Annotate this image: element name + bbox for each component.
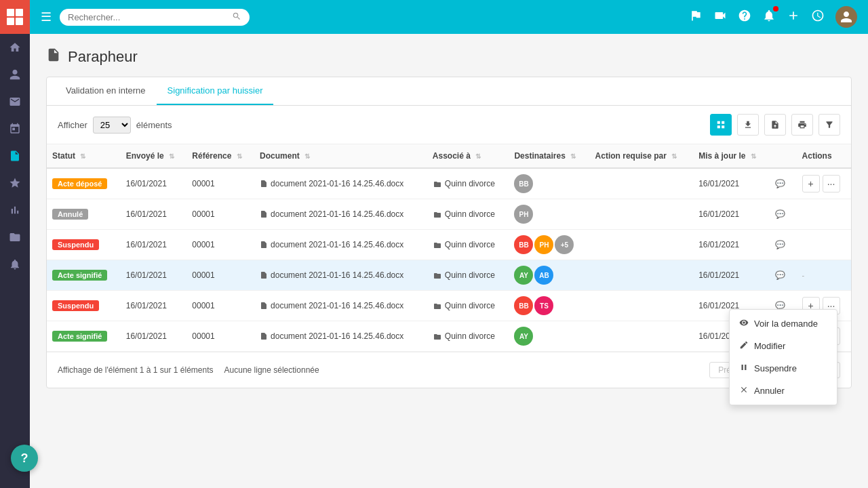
col-mis-a-jour-le[interactable]: Mis à jour le ⇅ <box>693 144 769 168</box>
tab-signification-huissier[interactable]: Signification par huissier <box>157 77 274 105</box>
main-card: Validation en interne Signification par … <box>46 77 852 388</box>
plus-icon[interactable] <box>787 9 800 26</box>
reference: 00001 <box>186 199 254 230</box>
col-associe-a[interactable]: Associé à ⇅ <box>427 144 509 168</box>
status-badge: Acte déposé <box>52 178 107 189</box>
col-comment <box>770 144 797 168</box>
comment-icon[interactable]: 💬 <box>775 179 785 188</box>
bell-icon[interactable] <box>762 9 776 26</box>
col-envoye-le[interactable]: Envoyé le ⇅ <box>121 144 187 168</box>
associated: Quinn divorce <box>427 291 509 321</box>
svg-rect-1 <box>16 9 23 16</box>
document: document 2021-01-16 14.25.46.docx <box>254 321 427 352</box>
status-badge: Acte signifié <box>52 331 107 342</box>
filter-button[interactable] <box>818 114 840 136</box>
updated-date: 16/01/2021 <box>693 230 769 260</box>
associated: Quinn divorce <box>427 260 509 291</box>
context-menu-suspend-label: Suspendre <box>754 363 797 373</box>
cancel-icon <box>739 385 749 396</box>
notification-badge <box>773 6 778 12</box>
search-icon <box>232 12 241 23</box>
document: document 2021-01-16 14.25.46.docx <box>254 199 427 230</box>
tab-bar: Validation en interne Signification par … <box>47 77 851 106</box>
sidebar-item-parapheur[interactable] <box>0 142 30 169</box>
associated: Quinn divorce <box>427 168 509 199</box>
action-by <box>590 260 694 291</box>
context-menu: Voir la demande Modifier Suspendre <box>729 309 837 405</box>
col-document[interactable]: Document ⇅ <box>254 144 427 168</box>
main-content: ☰ <box>30 0 868 488</box>
sidebar-item-home[interactable] <box>0 34 30 61</box>
svg-rect-0 <box>7 9 14 16</box>
table-row: Acte déposé 16/01/2021 00001 document 20… <box>47 168 851 199</box>
reference: 00001 <box>186 291 254 321</box>
user-avatar[interactable] <box>835 6 857 28</box>
clock-icon[interactable] <box>811 9 825 26</box>
context-menu-edit[interactable]: Modifier <box>730 335 837 357</box>
sidebar-item-bell[interactable] <box>0 251 30 278</box>
sidebar-item-user[interactable] <box>0 61 30 88</box>
items-per-page-select[interactable]: 10 25 50 100 <box>93 117 131 134</box>
table-header-row: Statut ⇅ Envoyé le ⇅ Référence ⇅ Documen… <box>47 144 851 168</box>
video-icon[interactable] <box>713 9 727 26</box>
updated-date: 16/01/2021 <box>693 168 769 199</box>
sent-date: 16/01/2021 <box>121 321 187 352</box>
flag-icon[interactable] <box>689 9 703 26</box>
pause-icon <box>739 363 749 374</box>
help-circle-icon[interactable] <box>738 9 751 26</box>
comment-icon[interactable]: 💬 <box>775 240 785 249</box>
avatars: AY <box>514 327 584 346</box>
sidebar-item-star[interactable] <box>0 169 30 197</box>
sidebar-item-calendar[interactable] <box>0 115 30 142</box>
context-menu-cancel-label: Annuler <box>754 386 785 396</box>
view-grid-button[interactable] <box>710 114 732 136</box>
action-by <box>590 199 694 230</box>
col-destinataires[interactable]: Destinataires ⇅ <box>509 144 589 168</box>
eye-icon <box>739 318 749 329</box>
sidebar-item-folder[interactable] <box>0 224 30 251</box>
col-statut[interactable]: Statut ⇅ <box>47 144 121 168</box>
search-bar <box>60 9 250 26</box>
download-button[interactable] <box>737 114 759 136</box>
context-menu-edit-label: Modifier <box>754 341 785 351</box>
sent-date: 16/01/2021 <box>121 291 187 321</box>
action-by <box>590 168 694 199</box>
svg-rect-2 <box>7 18 14 25</box>
svg-rect-3 <box>16 18 23 25</box>
print-button[interactable] <box>791 114 813 136</box>
sidebar-item-chart[interactable] <box>0 197 30 224</box>
avatars: AY AB <box>514 266 584 285</box>
edit-icon <box>739 340 749 352</box>
help-button[interactable]: ? <box>11 445 38 472</box>
table-row: Annulé 16/01/2021 00001 document 2021-01… <box>47 199 851 230</box>
reference: 00001 <box>186 168 254 199</box>
col-action-requise-par[interactable]: Action requise par ⇅ <box>590 144 694 168</box>
avatars: BB TS <box>514 296 584 315</box>
col-reference[interactable]: Référence ⇅ <box>186 144 254 168</box>
action-by <box>590 230 694 260</box>
export-button[interactable] <box>764 114 786 136</box>
app-logo[interactable] <box>0 0 30 34</box>
status-badge: Suspendu <box>52 300 99 311</box>
sent-date: 16/01/2021 <box>121 260 187 291</box>
more-action-button[interactable]: ··· <box>823 175 840 192</box>
table-row: Suspendu 16/01/2021 00001 document 2021-… <box>47 230 851 260</box>
comment-icon[interactable]: 💬 <box>775 209 785 219</box>
reference: 00001 <box>186 260 254 291</box>
add-action-button[interactable]: + <box>802 175 820 192</box>
sidebar <box>0 0 30 488</box>
search-input[interactable] <box>68 12 226 22</box>
navbar-actions <box>689 6 857 28</box>
context-menu-cancel[interactable]: Annuler <box>730 380 837 402</box>
context-menu-suspend[interactable]: Suspendre <box>730 357 837 380</box>
document: document 2021-01-16 14.25.46.docx <box>254 291 427 321</box>
sidebar-item-mail[interactable] <box>0 88 30 115</box>
action-by <box>590 321 694 352</box>
context-menu-view[interactable]: Voir la demande <box>730 312 837 335</box>
row-actions: + ··· <box>802 175 846 192</box>
document: document 2021-01-16 14.25.46.docx <box>254 260 427 291</box>
avatars: PH <box>514 205 584 224</box>
menu-button[interactable]: ☰ <box>41 9 52 24</box>
comment-icon[interactable]: 💬 <box>775 270 785 280</box>
tab-validation-interne[interactable]: Validation en interne <box>55 77 157 105</box>
